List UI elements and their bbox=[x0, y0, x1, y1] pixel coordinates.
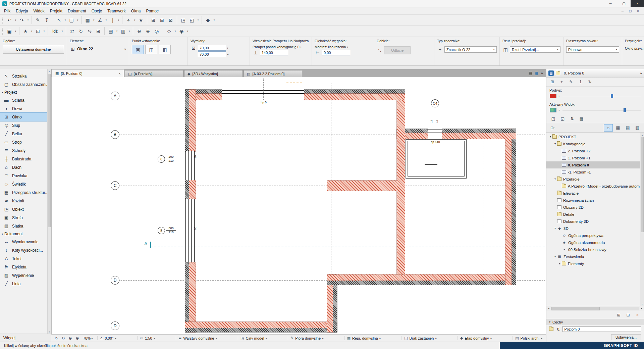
tab-section[interactable]: ◫[A Przekrój] bbox=[125, 70, 183, 77]
gravity-icon-dropdown[interactable]: ▾ bbox=[133, 16, 137, 24]
zoom-in-icon[interactable]: ⊕ bbox=[74, 335, 81, 341]
status-model-view-options[interactable]: ▦Repr. domyślna▸ bbox=[344, 336, 383, 340]
tree-horizontal-scrollbar[interactable]: ◂ ▸ bbox=[546, 306, 644, 311]
header-chevron[interactable]: ▸ bbox=[640, 71, 642, 75]
toolbox-section-projekt[interactable]: ▾Projekt bbox=[0, 89, 51, 96]
element-settings-icon-dropdown[interactable]: ▾ bbox=[42, 27, 46, 36]
quick-options-icon-dropdown[interactable]: ▾ bbox=[14, 27, 17, 36]
align-icon[interactable]: ▤ bbox=[106, 27, 115, 36]
tool-świetlik[interactable]: ◇Świetlik bbox=[0, 180, 47, 188]
tool-etykieta[interactable]: ⚑Etykieta bbox=[0, 263, 47, 271]
redo-icon[interactable]: ↷ bbox=[17, 16, 26, 24]
tool-strefa[interactable]: ▣Strefa bbox=[0, 213, 47, 222]
quick-options-icon[interactable]: ▣ bbox=[5, 27, 14, 36]
3d-visualization-icon[interactable]: ◆ bbox=[204, 16, 212, 24]
menu-plik[interactable]: Plik bbox=[1, 7, 13, 14]
tool-okno[interactable]: ⊞Okno bbox=[0, 113, 47, 121]
grid-snap-icon[interactable]: ▦ bbox=[83, 16, 92, 24]
group-icon[interactable]: ⊞ bbox=[149, 16, 158, 24]
guide-lines-icon[interactable]: ∠ bbox=[96, 16, 104, 24]
gravity-icon[interactable]: ⌖ bbox=[124, 16, 133, 24]
tool-schody[interactable]: ≣Schody bbox=[0, 146, 47, 155]
tool-przegroda-struktur-[interactable]: ▦Przegroda struktur... bbox=[0, 188, 47, 197]
view-map-icon[interactable]: ▦ bbox=[613, 124, 623, 132]
ungroup-icon[interactable]: ⊟ bbox=[158, 16, 166, 24]
project-map-icon[interactable]: ⌂ bbox=[604, 124, 613, 132]
tool-siatka[interactable]: ▤Siatka bbox=[0, 222, 47, 230]
3d-window-icon-dropdown[interactable]: ▾ bbox=[173, 27, 177, 36]
insertion-center-toggle[interactable]: ▣ bbox=[132, 45, 144, 54]
anchor-dropdown[interactable]: Montaż: lico rdzenia ▸ bbox=[315, 45, 348, 49]
marker-type-dropdown[interactable]: Znacznik O 22 ▸ bbox=[444, 46, 497, 53]
width-stepper[interactable]: ▸ bbox=[227, 47, 229, 49]
menu-opcje[interactable]: Opcje bbox=[89, 7, 105, 14]
status-structure-display[interactable]: ◳Cały model▸ bbox=[238, 336, 269, 340]
tree-expander-icon[interactable]: ▸ bbox=[558, 262, 562, 265]
tab-floor-plan[interactable]: ▦[0. Poziom 0]× bbox=[52, 69, 124, 77]
graphisoft-id-badge[interactable]: GRAPHISOFT ID bbox=[500, 342, 644, 349]
toolbox-more[interactable]: Więcej bbox=[0, 334, 51, 342]
tool-strzałka[interactable]: ↖Strzałka bbox=[0, 72, 47, 80]
maximize-button[interactable]: ▢ bbox=[617, 0, 631, 7]
doc-minimize-button[interactable]: ─ bbox=[619, 8, 626, 13]
arrow-tool-icon-dropdown[interactable]: ▾ bbox=[63, 16, 67, 24]
3d-visualization-icon-dropdown[interactable]: ▾ bbox=[212, 16, 216, 24]
menu-dokument[interactable]: Dokument bbox=[65, 7, 89, 14]
insertion-side-toggle[interactable]: ◫ bbox=[145, 45, 157, 54]
mirror-icon[interactable]: ⇋ bbox=[85, 27, 94, 36]
status-rotation-angle[interactable]: ∠0,00°▸ bbox=[97, 336, 119, 340]
next-zoom-icon[interactable]: ↻ bbox=[60, 335, 67, 341]
width-field[interactable]: 70,00 bbox=[198, 45, 226, 51]
pet-palette-icon[interactable]: ◳ bbox=[179, 16, 187, 24]
snap-reference-icon-dropdown[interactable]: ▾ bbox=[117, 16, 120, 24]
undo-icon-dropdown[interactable]: ▾ bbox=[14, 16, 17, 24]
element-settings-icon[interactable]: ⊡ bbox=[34, 27, 42, 36]
tab-list-icon[interactable]: ▤ bbox=[529, 71, 532, 76]
status-graphic-override[interactable]: ▢Brak zastąpień▸ bbox=[401, 336, 439, 340]
toolbox-scrollbar[interactable]: ▴ ▾ bbox=[47, 69, 51, 334]
section-line[interactable] bbox=[151, 247, 545, 247]
window-marker-8[interactable]: 8 bbox=[158, 155, 165, 163]
tool-obiekt[interactable]: ◳Obiekt bbox=[0, 205, 47, 213]
tool-koty-wysokości-[interactable]: ↕Koty wysokości... bbox=[0, 246, 47, 254]
tree-expander-icon[interactable]: ▾ bbox=[553, 178, 557, 181]
tree-item-przekroje[interactable]: ▾Przekroje bbox=[546, 176, 644, 183]
trace-reference-icon-dropdown[interactable]: ▾ bbox=[196, 16, 200, 24]
doc-close-button[interactable]: × bbox=[635, 8, 641, 13]
doc-restore-button[interactable]: ▢ bbox=[627, 8, 634, 13]
tool-obszar-zaznaczenia[interactable]: ▢Obszar zaznaczenia bbox=[0, 80, 47, 89]
inject-parameters-icon[interactable]: ↧ bbox=[42, 16, 51, 24]
tool-wymiarowanie[interactable]: ↔Wymiarowanie bbox=[0, 238, 47, 246]
toolbox-section-dokument[interactable]: ▾Dokument bbox=[0, 230, 51, 238]
tree-item-0-poziom-0[interactable]: 0. Poziom 0 bbox=[546, 161, 644, 168]
tree-scrollbar-thumb[interactable] bbox=[641, 137, 644, 232]
insertion-corner-toggle[interactable]: ◧ bbox=[159, 45, 171, 54]
go-dropdown[interactable]: Idź bbox=[50, 27, 60, 36]
tree-item-obszary-2d[interactable]: Obszary 2D bbox=[546, 204, 644, 211]
favorites-icon[interactable]: ★ bbox=[21, 27, 30, 36]
tree-item-1-poziom-+1[interactable]: 1. Poziom +1 bbox=[546, 154, 644, 161]
zoom-out-icon[interactable]: ⊖ bbox=[135, 27, 144, 36]
arrow-tool-icon[interactable]: ↖ bbox=[55, 16, 63, 24]
settings-button[interactable]: Ustawienia... bbox=[611, 334, 641, 340]
multiply-icon[interactable]: ⊞ bbox=[94, 27, 103, 36]
tool-ściana[interactable]: ▬Ściana bbox=[0, 96, 47, 104]
overlay-prev-icon[interactable]: ◰ bbox=[549, 115, 557, 122]
expand-panel-icon[interactable]: » bbox=[541, 71, 543, 76]
properties-section-header[interactable]: ▾ Cechy bbox=[546, 319, 644, 325]
close-button[interactable]: × bbox=[631, 0, 644, 7]
zoom-in-icon[interactable]: ⊕ bbox=[144, 27, 152, 36]
zoom-out-icon[interactable]: ⊖ bbox=[67, 335, 74, 341]
tool-linia[interactable]: ╱Linia bbox=[0, 280, 47, 288]
magic-wand-icon[interactable]: ★ bbox=[137, 16, 145, 24]
tool-balustrada[interactable]: ╫Balustrada bbox=[0, 155, 47, 163]
edit-viewpoint-icon[interactable]: ✎ bbox=[567, 79, 575, 86]
tree-expander-icon[interactable]: ▾ bbox=[553, 255, 557, 258]
tree-item-ogólna-perspektywa[interactable]: ◇Ogólna perspektywa bbox=[546, 232, 644, 239]
distribute-icon-dropdown[interactable]: ▾ bbox=[127, 27, 131, 36]
status-layer-combination[interactable]: ≣Warstwy domyślne▸ bbox=[176, 336, 219, 340]
tree-expander-icon[interactable]: ▾ bbox=[553, 227, 557, 230]
tree-item-ogólna-aksonometria[interactable]: ◈Ogólna aksonometria bbox=[546, 239, 644, 246]
refresh-icon[interactable]: ↻ bbox=[586, 79, 594, 86]
camera-icon[interactable]: ◉ bbox=[177, 27, 186, 36]
